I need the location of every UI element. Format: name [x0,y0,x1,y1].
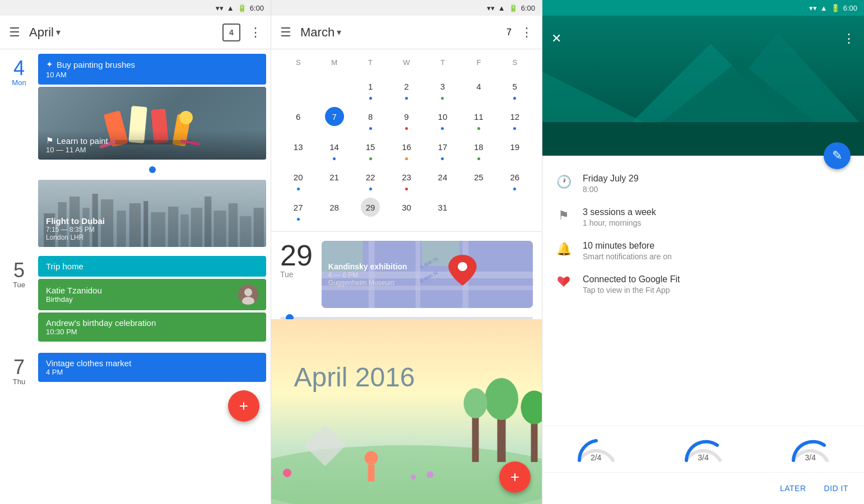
day-num-today: 7 [325,107,344,126]
panel-march-calendar: ▾▾ ▲ 🔋 6:00 ☰ March ▾ 7 ⋮ S M T W T F S [271,0,542,504]
day-num: 28 [325,198,344,217]
day-num: 9 [397,107,416,126]
event-dot [369,127,372,130]
cal-day-25[interactable]: 25 [461,164,496,194]
close-icon[interactable]: ✕ [551,31,561,46]
calendar-icon[interactable]: 4 [222,24,240,41]
event-time-detail: 8:00 [583,185,639,194]
reminder-label: 10 minutes before [583,241,672,251]
cal-day-22[interactable]: 22 [352,164,388,194]
event-photo-overlay: ⚑ Learn to paint 10 — 11 AM [38,130,266,160]
cal-day-2[interactable]: 2 [388,73,424,104]
cal-day-8[interactable]: 8 [352,104,388,134]
cal-day-10[interactable]: 10 [425,104,461,134]
event-dot [441,157,444,160]
cal-day-13[interactable]: 13 [280,134,316,164]
cal-day-15[interactable]: 15 [352,134,388,164]
event-buy-painting-brushes[interactable]: ✦ Buy painting brushes 10 AM [38,54,266,85]
cal-day-21[interactable]: 21 [316,164,352,194]
weekday-tue: T [352,56,388,69]
trip-title: Trip home [46,262,258,271]
heart-icon [556,274,572,291]
month-title[interactable]: April ▾ [29,25,61,40]
cal-day-4[interactable]: 4 [461,73,496,104]
cal-day-28[interactable]: 28 [316,194,352,225]
event-time: 10 — 11 AM [46,146,258,154]
cal-day-24[interactable]: 24 [425,164,461,194]
cal-day-16[interactable]: 16 [388,134,424,164]
google-fit-row[interactable]: Connected to Google Fit Tap to view in t… [556,274,851,295]
time-display: 6:00 [250,4,264,12]
cal-day-17[interactable]: 17 [425,134,461,164]
day-4-events: ✦ Buy painting brushes 10 AM [38,54,271,247]
weekday-sat: S [497,56,533,69]
reminder-detail: Smart notifications are on [583,252,672,261]
cal-day-29[interactable]: 29 [352,194,388,225]
march-more-icon[interactable]: ⋮ [521,25,533,40]
event-reminder-row: 🔔 10 minutes before Smart notifications … [556,241,851,261]
event-icon: ✦ [46,59,53,69]
march-calendar-icon[interactable]: 7 [507,27,512,38]
day-section-5: 5 Tue Trip home Katie Tzanidou Birthday [0,251,271,346]
edit-event-fab[interactable]: ✎ [824,142,851,169]
cal-day-1[interactable]: 1 [352,73,388,104]
event-flight-dubai[interactable]: Flight to Dubai 7:15 — 8:35 PM London LH… [38,180,266,247]
cal-day-5[interactable]: 5 [497,73,533,104]
event-dot [405,97,408,100]
day-num: 3 [433,77,452,96]
day-num: 10 [433,107,452,126]
day-name-7: Thu [0,377,38,386]
day-num: 23 [397,167,416,186]
cal-day-27[interactable]: 27 [280,194,316,225]
kandinsky-time: 4 — 6 PM [328,271,431,279]
march-header-actions: 7 ⋮ [507,25,533,40]
event-title-text: Buy painting brushes [57,60,135,69]
cal-day-31[interactable]: 31 [425,194,461,225]
flag-icon-detail: ⚑ [556,207,572,223]
event-andrew-birthday[interactable]: Andrew's birthday celebration 10:30 PM [38,312,266,342]
cal-day-26[interactable]: 26 [497,164,533,194]
cal-day-19[interactable]: 19 [497,134,533,164]
menu-icon-2[interactable]: ☰ [280,25,291,40]
selected-date-num: 29 [280,241,313,270]
cal-day-12[interactable]: 12 [497,104,533,134]
more-options-icon-3[interactable]: ⋮ [843,31,855,46]
cal-day-11[interactable]: 11 [461,104,496,134]
event-trip-home[interactable]: Trip home [38,256,266,277]
cal-day-14[interactable]: 14 [316,134,352,164]
day-num: 11 [469,107,488,126]
reminder-text: 10 minutes before Smart notifications ar… [583,241,672,261]
later-button[interactable]: LATER [778,479,809,497]
did-it-button[interactable]: DID IT [822,479,851,497]
kandinsky-venue: Guggenheim Museum [328,279,431,287]
menu-icon[interactable]: ☰ [9,25,20,40]
add-event-fab-2[interactable]: + [499,461,531,493]
event-dot [441,97,444,100]
march-month-title[interactable]: March ▾ [300,25,341,40]
event-map-card[interactable]: E 90th St E 89th St Kandinsky exhibition… [322,241,533,308]
bell-icon: 🔔 [556,241,572,256]
cal-day-6[interactable]: 6 [280,104,316,134]
event-dot [369,157,372,160]
day-num: 1 [361,77,380,96]
cal-day-18[interactable]: 18 [461,134,496,164]
day-num: 8 [361,107,380,126]
event-katie-birthday[interactable]: Katie Tzanidou Birthday [38,279,266,310]
cal-day-7[interactable]: 7 [316,104,352,134]
cal-day-3[interactable]: 3 [425,73,461,104]
cal-day-30[interactable]: 30 [388,194,424,225]
event-vintage-market[interactable]: Vintage clothes market 4 PM [38,353,266,382]
cal-day-empty [280,73,316,104]
svg-point-41 [458,262,467,271]
svg-rect-66 [542,122,864,156]
add-event-fab[interactable]: + [228,390,259,422]
more-options-icon[interactable]: ⋮ [249,25,262,40]
cal-day-23[interactable]: 23 [388,164,424,194]
clock-icon: 🕐 [556,174,572,189]
day-num: 26 [505,167,524,186]
event-learn-to-paint[interactable]: ⚑ Learn to paint 10 — 11 AM [38,87,266,160]
timeline-indicator [38,162,266,178]
cal-day-9[interactable]: 9 [388,104,424,134]
cal-day-20[interactable]: 20 [280,164,316,194]
heart-fit-icon [557,276,570,288]
